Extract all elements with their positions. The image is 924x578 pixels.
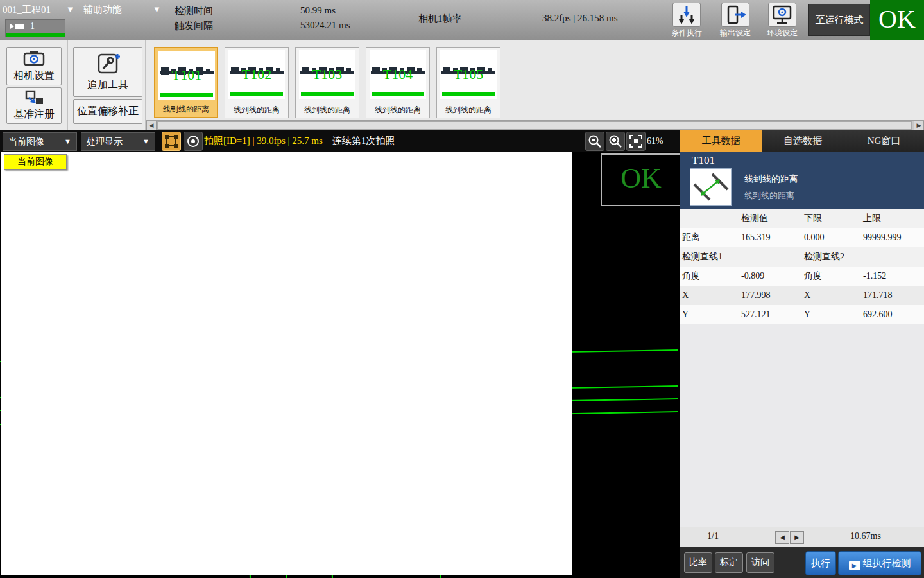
distance-label: 距离 <box>682 228 700 247</box>
environment-settings-button[interactable]: 环境设定 <box>765 3 800 39</box>
access-button[interactable]: 访问 <box>746 552 774 573</box>
table-row-x: X 177.998 X 171.718 <box>680 286 924 305</box>
tool-thumb-t104[interactable]: T104 线到线的距离 <box>366 47 430 118</box>
add-tool-button[interactable]: 追加工具 <box>73 47 142 97</box>
table-row-y: Y 527.121 Y 692.600 <box>680 305 924 324</box>
reference-register-icon <box>21 90 47 105</box>
detect-time-value: 50.99 ms <box>300 5 336 16</box>
tool-thumb-image: T102 <box>228 50 285 99</box>
capture-button[interactable] <box>184 132 203 151</box>
tool-thumb-id: T105 <box>454 66 483 82</box>
distance-upper: 99999.999 <box>863 228 902 247</box>
add-tool-label: 追加工具 <box>74 78 142 92</box>
tool-thumb-id: T101 <box>172 67 201 83</box>
camera-fps-label: 相机1帧率 <box>418 13 462 25</box>
trigger-interval-label: 触发间隔 <box>175 20 213 32</box>
zoom-out-button[interactable] <box>585 132 604 151</box>
aux-dropdown-icon[interactable]: ▼ <box>153 4 161 15</box>
zoom-out-icon <box>586 132 604 150</box>
project-selector[interactable]: 001_工程01 <box>3 4 51 16</box>
camera-tab[interactable]: 1 <box>5 19 65 37</box>
camera-fps-value: 38.2fps | 26.158 ms <box>542 13 618 24</box>
trigger-interval-value: 53024.21 ms <box>300 20 350 31</box>
tab-custom-data[interactable]: 自选数据 <box>762 130 843 152</box>
chevron-down-icon: ▼ <box>64 133 71 150</box>
tool-workspace: 相机设置 基准注册 追加工具 位置偏移补正 T101 <box>0 40 924 130</box>
camera-setup-label: 相机设置 <box>7 69 61 83</box>
capture-icon <box>184 132 202 150</box>
tool-thumb-t103[interactable]: T103 线到线的距离 <box>295 47 359 118</box>
process-time: 10.67ms <box>850 531 881 541</box>
tool-type-icon <box>690 168 732 206</box>
chevron-down-icon: ▼ <box>142 133 150 150</box>
output-settings-label: 输出设定 <box>718 28 753 39</box>
scrollbar-thumb[interactable] <box>157 121 912 130</box>
image-source-dropdown[interactable]: 当前图像 ▼ <box>3 132 77 151</box>
position-offset-button[interactable]: 位置偏移补正 <box>73 99 142 124</box>
col-upper: 上限 <box>863 209 881 228</box>
zoom-in-icon <box>606 132 624 150</box>
tool-thumb-label: 线到线的距离 <box>155 104 217 115</box>
add-tool-icon <box>94 53 122 76</box>
display-mode-value: 处理显示 <box>81 137 123 146</box>
page-next-button[interactable]: ▶ <box>790 531 804 544</box>
reference-register-button[interactable]: 基准注册 <box>6 87 62 124</box>
scroll-left-button[interactable]: ◀ <box>146 121 157 130</box>
page-prev-button[interactable]: ◀ <box>775 531 789 544</box>
angle1-label: 角度 <box>682 267 700 286</box>
tool-type-label: 线到线的距离 <box>744 173 798 185</box>
x2-label: X <box>804 286 810 305</box>
capture-info: 拍照[ID=1] | 39.0fps | 25.7 ms <box>204 130 323 152</box>
image-source-badge: 当前图像 <box>4 154 67 170</box>
zoom-fit-button[interactable] <box>626 132 646 151</box>
camera-image[interactable] <box>1 152 572 575</box>
display-mode-dropdown[interactable]: 处理显示 ▼ <box>81 132 155 151</box>
zoom-fit-icon <box>627 132 645 150</box>
roi-select-button[interactable] <box>162 132 181 151</box>
tool-name-label: 线到线的距离 <box>744 190 794 202</box>
output-settings-button[interactable]: 输出设定 <box>718 3 753 39</box>
camera-setup-button[interactable]: 相机设置 <box>6 47 62 85</box>
table-row-distance: 距离 165.319 0.000 99999.999 <box>680 228 924 247</box>
viewer-toolbar: 当前图像 ▼ 处理显示 ▼ 拍照[ID=1] | 39.0fps | 25.7 … <box>0 130 680 152</box>
aux-menu[interactable]: 辅助功能 <box>83 4 122 16</box>
tool-thumb-label: 线到线的距离 <box>296 105 359 116</box>
tab-tool-data[interactable]: 工具数据 <box>680 130 762 152</box>
tool-data-panel: T101 线到线的距离 线到线的距离 检测值 下限 上限 距离 165.319 … <box>680 152 924 578</box>
ratio-button[interactable]: 比率 <box>684 552 712 573</box>
table-row-angle: 角度 -0.809 角度 -1.152 <box>680 267 924 286</box>
tool-thumb-t102[interactable]: T102 线到线的距离 <box>225 47 289 118</box>
panel-action-bar: 比率 标定 访问 执行 ▶组执行检测 <box>680 547 924 578</box>
condition-execute-button[interactable]: 条件执行 <box>669 3 704 39</box>
tool-thumb-id: T104 <box>383 66 413 82</box>
image-source-value: 当前图像 <box>3 137 44 146</box>
condition-execute-label: 条件执行 <box>669 28 704 39</box>
output-settings-icon <box>721 3 749 27</box>
detect-time-label: 检测时间 <box>175 5 213 17</box>
condition-execute-icon <box>672 3 701 27</box>
image-viewer[interactable]: 1 2 1 1 1 2 1 2 当前图像 OK <box>0 152 680 578</box>
angle2-value: -1.152 <box>863 267 886 286</box>
divider <box>145 40 146 130</box>
top-bar: 001_工程01 ▼ 辅助功能 ▼ 1 检测时间 触发间隔 50.99 ms 5… <box>0 0 924 40</box>
tool-thumb-label: 线到线的距离 <box>437 105 500 116</box>
line1-header: 检测直线1 <box>682 247 723 267</box>
tool-thumb-image: T103 <box>299 50 355 99</box>
y2-label: Y <box>804 305 810 324</box>
result-pager: 1/1 ◀ ▶ 10.67ms <box>680 527 924 548</box>
group-execute-button[interactable]: ▶组执行检测 <box>838 551 921 575</box>
execute-button[interactable]: 执行 <box>805 551 836 575</box>
tool-strip-scrollbar[interactable]: ◀ ▶ <box>146 120 924 130</box>
tool-thumb-t101[interactable]: T101 线到线的距离 <box>154 47 218 118</box>
zoom-in-button[interactable] <box>606 132 625 151</box>
project-dropdown-icon[interactable]: ▼ <box>66 4 74 15</box>
group-execute-label: 组执行检测 <box>863 558 911 568</box>
run-mode-button[interactable]: 至运行模式 <box>809 4 870 36</box>
calibrate-button[interactable]: 标定 <box>715 552 743 573</box>
angle2-label: 角度 <box>804 267 822 286</box>
tab-ng-window[interactable]: NG窗口 <box>843 130 924 152</box>
panel-tab-bar: 工具数据 自选数据 NG窗口 <box>680 130 924 152</box>
y2-value: 692.600 <box>863 305 893 324</box>
tool-thumb-t105[interactable]: T105 线到线的距离 <box>436 47 501 118</box>
scroll-right-button[interactable]: ▶ <box>914 121 924 130</box>
